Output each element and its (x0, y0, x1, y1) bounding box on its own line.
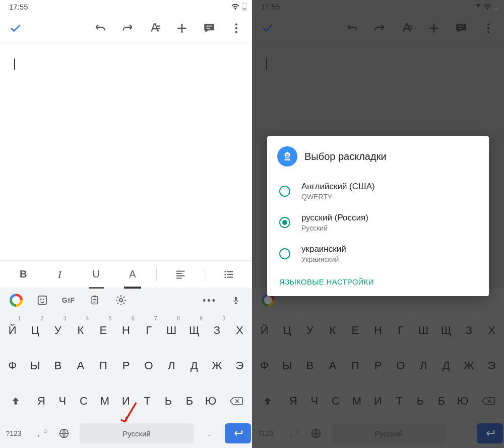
key-Г[interactable]: Г7 (138, 313, 160, 348)
globe-language-key[interactable] (303, 428, 329, 439)
key-З[interactable]: З0 (206, 313, 228, 348)
italic-button[interactable]: I (47, 265, 72, 284)
underline-button[interactable]: U (84, 265, 109, 284)
key-П[interactable]: П (344, 348, 366, 383)
key-Т[interactable]: Т (137, 383, 158, 419)
key-Р[interactable]: Р (114, 348, 137, 383)
comma-key[interactable]: ☺, (26, 429, 51, 438)
backspace-key[interactable] (221, 383, 251, 419)
key-Й[interactable]: Й1 (253, 313, 276, 348)
symbols-key[interactable]: ?123 (253, 429, 278, 437)
done-check-icon[interactable] (9, 22, 22, 35)
more-options-icon[interactable]: ••• (198, 290, 222, 310)
comment-icon[interactable] (455, 22, 468, 35)
key-А[interactable]: А (321, 348, 344, 383)
undo-icon[interactable] (94, 22, 107, 35)
key-Ц[interactable]: Ц2 (276, 313, 298, 348)
key-О[interactable]: О (138, 348, 160, 383)
plus-icon[interactable] (175, 22, 188, 35)
key-Т[interactable]: Т (389, 383, 410, 419)
clipboard-icon[interactable] (83, 290, 107, 310)
key-Ь[interactable]: Ь (158, 383, 179, 419)
key-Ю[interactable]: Ю (200, 383, 221, 419)
spacebar[interactable]: Русский (80, 423, 194, 443)
key-Ы[interactable]: Ы (276, 348, 298, 383)
more-vert-icon[interactable] (482, 22, 495, 35)
enter-key[interactable] (225, 423, 251, 443)
key-П[interactable]: П (92, 348, 114, 383)
key-Я[interactable]: Я (283, 383, 304, 419)
document-area[interactable] (0, 43, 252, 260)
google-search-icon[interactable] (4, 290, 28, 310)
period-key[interactable]: . (449, 429, 474, 438)
symbols-key[interactable]: ?123 (1, 429, 26, 437)
key-В[interactable]: В (298, 348, 321, 383)
key-Х[interactable]: Х (228, 313, 251, 348)
key-Й[interactable]: Й1 (1, 313, 24, 348)
settings-gear-icon[interactable] (109, 290, 133, 310)
redo-icon[interactable] (121, 22, 134, 35)
key-Б[interactable]: Б (179, 383, 200, 419)
align-button[interactable] (168, 265, 193, 284)
key-Р[interactable]: Р (366, 348, 389, 383)
radio-button[interactable] (279, 217, 290, 228)
key-Б[interactable]: Б (431, 383, 452, 419)
shift-key[interactable] (1, 383, 31, 419)
key-Г[interactable]: Г7 (390, 313, 412, 348)
key-Д[interactable]: Д (435, 348, 458, 383)
key-Щ[interactable]: Щ9 (435, 313, 458, 348)
layout-option[interactable]: русский (Россия)Русский (277, 207, 479, 238)
key-Ч[interactable]: Ч (304, 383, 325, 419)
key-Я[interactable]: Я (31, 383, 52, 419)
shift-key[interactable] (253, 383, 283, 419)
done-check-icon[interactable] (261, 22, 274, 35)
key-Ш[interactable]: Ш8 (160, 313, 183, 348)
key-Х[interactable]: Х (480, 313, 503, 348)
key-О[interactable]: О (390, 348, 412, 383)
key-Ь[interactable]: Ь (410, 383, 431, 419)
microphone-icon[interactable] (224, 290, 248, 310)
key-Ц[interactable]: Ц2 (24, 313, 46, 348)
key-Э[interactable]: Э (480, 348, 503, 383)
key-Л[interactable]: Л (160, 348, 183, 383)
key-С[interactable]: С (73, 383, 94, 419)
key-Ж[interactable]: Ж (206, 348, 228, 383)
key-З[interactable]: З0 (458, 313, 480, 348)
period-key[interactable]: . (197, 429, 222, 438)
plus-icon[interactable] (427, 22, 440, 35)
spacebar[interactable]: Русский (332, 423, 446, 443)
redo-icon[interactable] (373, 22, 386, 35)
key-У[interactable]: У3 (46, 313, 69, 348)
undo-icon[interactable] (346, 22, 359, 35)
key-Ч[interactable]: Ч (52, 383, 73, 419)
radio-button[interactable] (279, 186, 290, 197)
key-У[interactable]: У3 (298, 313, 321, 348)
enter-key[interactable] (477, 423, 503, 443)
key-Ы[interactable]: Ы (24, 348, 46, 383)
layout-option[interactable]: Английский (США)QWERTY (277, 176, 479, 207)
key-Щ[interactable]: Щ9 (183, 313, 206, 348)
text-format-icon[interactable] (400, 22, 413, 35)
key-Ю[interactable]: Ю (452, 383, 473, 419)
list-button[interactable] (216, 265, 241, 284)
text-format-icon[interactable] (148, 22, 161, 35)
more-vert-icon[interactable] (230, 22, 243, 35)
key-В[interactable]: В (46, 348, 69, 383)
globe-language-key[interactable] (51, 428, 77, 439)
key-С[interactable]: С (325, 383, 346, 419)
key-Н[interactable]: Н6 (366, 313, 389, 348)
comma-key[interactable]: ☺, (278, 429, 303, 438)
key-Е[interactable]: Е5 (344, 313, 366, 348)
key-Ф[interactable]: Ф (1, 348, 24, 383)
key-М[interactable]: М (346, 383, 367, 419)
radio-button[interactable] (279, 248, 290, 259)
key-И[interactable]: И (115, 383, 137, 419)
language-settings-link[interactable]: ЯЗЫКОВЫЕ НАСТРОЙКИ (277, 269, 479, 289)
key-И[interactable]: И (367, 383, 389, 419)
sticker-icon[interactable] (30, 290, 54, 310)
key-К[interactable]: К4 (321, 313, 344, 348)
key-К[interactable]: К4 (69, 313, 92, 348)
key-Ж[interactable]: Ж (458, 348, 480, 383)
bold-button[interactable]: B (11, 265, 36, 284)
key-Н[interactable]: Н6 (114, 313, 137, 348)
